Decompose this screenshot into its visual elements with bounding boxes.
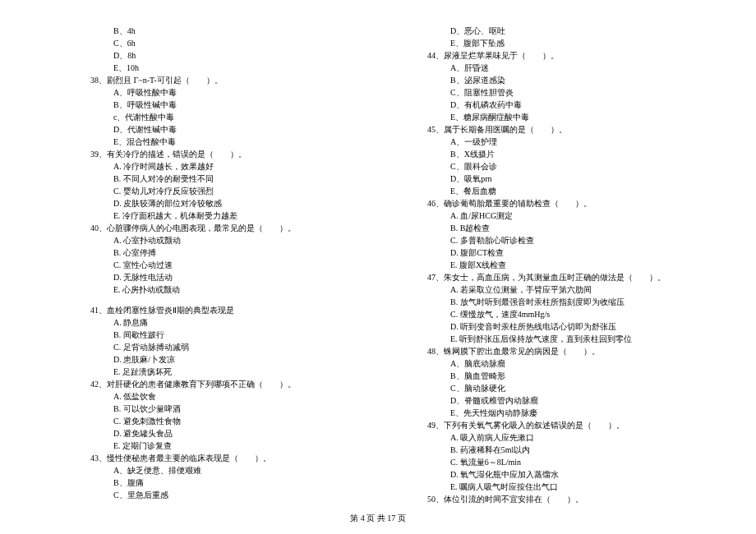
q44-opt-e: E、糖尿病酮症酸中毒 xyxy=(427,111,715,123)
q42-opt-b: B. 可以饮少量啤酒 xyxy=(90,403,378,415)
right-column: D、恶心、呕吐 E、腹部下坠感 44、尿液呈烂苹果味见于（ ）。 A、肝昏迷 B… xyxy=(427,25,715,505)
q41-opt-a: A. 静息痛 xyxy=(90,316,378,329)
q38-opt-e: E、混合性酸中毒 xyxy=(90,136,378,148)
q47-opt-e: E. 听到舒张压后保持放气速度，直到汞柱回到零位 xyxy=(427,333,715,345)
q46-opt-b: B. B超检查 xyxy=(427,222,715,234)
q45: 45、属于长期备用医嘱的是（ ）。 xyxy=(427,123,715,136)
q38: 38、剧烈且 Γ~n-T-可引起（ ）。 xyxy=(90,74,378,86)
q45-opt-a: A、一级护理 xyxy=(427,136,715,148)
q49-opt-d: D. 氧气湿化瓶中应加入蒸馏水 xyxy=(427,468,715,481)
q44: 44、尿液呈烂苹果味见于（ ）。 xyxy=(427,49,715,62)
q43-opt-c: C、里急后重感 xyxy=(90,489,378,501)
q39: 39、有关冷疗的描述，错误的是（ ）。 xyxy=(90,148,378,160)
q40-opt-c: C. 室性心动过速 xyxy=(90,259,378,271)
q42-opt-a: A. 低盐饮食 xyxy=(90,390,378,403)
q40-opt-a: A. 心室扑动或颤动 xyxy=(90,234,378,246)
q40-opt-e: E. 心房扑动或颤动 xyxy=(90,283,378,296)
q40: 40、心脏骤停病人的心电图表现，最常见的是（ ）。 xyxy=(90,222,378,234)
q43-opt-a: A、缺乏便意、排便艰难 xyxy=(90,464,378,476)
q43-opt-b: B、腹痛 xyxy=(90,476,378,489)
page-footer: 第 4 页 共 17 页 xyxy=(0,513,756,524)
q38-opt-c: c、代谢性酸中毒 xyxy=(90,111,378,123)
q48-opt-b: B、脑血管畸形 xyxy=(427,370,715,382)
q49-opt-a: A. 吸入前病人应先漱口 xyxy=(427,431,715,444)
q47-opt-d: D. 听到变音时汞柱所热线电话心切即为舒张压 xyxy=(427,320,715,333)
q43: 43、慢性便秘患者最主要的临床表现是（ ）。 xyxy=(90,452,378,464)
q38-opt-a: A、呼吸性酸中毒 xyxy=(90,86,378,99)
q37-opt-d: D、8h xyxy=(90,49,378,62)
q41-opt-b: B. 间歇性跛行 xyxy=(90,329,378,341)
q49-opt-b: B. 药液稀释在5ml以内 xyxy=(427,444,715,456)
q41: 41、血栓闭塞性脉管炎Ⅱ期的典型表现是 xyxy=(90,304,378,316)
q37-opt-e: E、10h xyxy=(90,62,378,74)
q43-opt-d: D、恶心、呕吐 xyxy=(427,25,715,37)
q48: 48、蛛网膜下腔出血最常见的病因是（ ）。 xyxy=(427,345,715,357)
q39-opt-c: C. 婴幼儿对冷疗反应较强烈 xyxy=(90,185,378,197)
q39-opt-a: A. 冷疗时间越长，效果越好 xyxy=(90,160,378,173)
q44-opt-a: A、肝昏迷 xyxy=(427,62,715,74)
q38-opt-b: B、呼吸性碱中毒 xyxy=(90,99,378,111)
q48-opt-e: E、先天性烟内动静脉瘘 xyxy=(427,407,715,419)
q49-opt-c: C. 氧流量6～8L/min xyxy=(427,456,715,468)
q42-opt-e: E. 定期门诊复查 xyxy=(90,440,378,452)
q40-opt-b: B. 心室停搏 xyxy=(90,246,378,259)
q47-opt-c: C. 缓慢放气，速度4mmHg/s xyxy=(427,308,715,320)
q40-opt-d: D. 无脉性电活动 xyxy=(90,271,378,283)
q41-opt-c: C. 足背动脉搏动减弱 xyxy=(90,341,378,353)
q46-opt-a: A. 血/尿HCG测定 xyxy=(427,209,715,222)
q47-opt-a: A. 若采取立位测量，手臂应平第六肋间 xyxy=(427,283,715,296)
q48-opt-d: D、脊髓或椎管内动脉瘤 xyxy=(427,394,715,407)
q38-opt-d: D、代谢性碱中毒 xyxy=(90,123,378,136)
q42-opt-c: C. 避免刺激性食物 xyxy=(90,415,378,427)
q48-opt-a: A、脑底动脉瘤 xyxy=(427,357,715,370)
q45-opt-d: D、吸氧prn xyxy=(427,173,715,185)
q44-opt-c: C、阻塞性胆管炎 xyxy=(427,86,715,99)
q39-opt-b: B. 不同人对冷的耐受性不同 xyxy=(90,173,378,185)
q44-opt-b: B、泌尿道感染 xyxy=(427,74,715,86)
q46: 46、确诊葡萄胎最重要的辅助检查（ ）。 xyxy=(427,197,715,209)
q45-opt-e: E、餐后血糖 xyxy=(427,185,715,197)
q42-opt-d: D. 避免罐头食品 xyxy=(90,427,378,440)
q44-opt-d: D、有机磷农药中毒 xyxy=(427,99,715,111)
q46-opt-c: C. 多普勒胎心听诊检查 xyxy=(427,234,715,246)
q50: 50、体位引流的时间不宜安排在（ ）。 xyxy=(427,493,715,505)
q45-opt-b: B、X线摄片 xyxy=(427,148,715,160)
q47-opt-b: B. 放气时听到最强音时汞柱所指刻度即为收缩压 xyxy=(427,296,715,308)
q37-opt-c: C、6h xyxy=(90,37,378,49)
q45-opt-c: C、眼科会诊 xyxy=(427,160,715,173)
q48-opt-c: C、脑动脉硬化 xyxy=(427,382,715,394)
q39-opt-d: D. 皮肤较薄的部位对冷较敏感 xyxy=(90,197,378,209)
q37-opt-b: B、4h xyxy=(90,25,378,37)
q39-opt-e: E. 冷疗面积越大，机体耐受力越差 xyxy=(90,209,378,222)
q49-opt-e: E. 嘱病人吸气时应按住出气口 xyxy=(427,481,715,493)
q46-opt-d: D. 腹部CT检查 xyxy=(427,246,715,259)
left-column: B、4h C、6h D、8h E、10h 38、剧烈且 Γ~n-T-可引起（ ）… xyxy=(90,25,378,505)
q46-opt-e: E. 腹部X线检查 xyxy=(427,259,715,271)
q43-opt-e: E、腹部下坠感 xyxy=(427,37,715,49)
q42: 42、对肝硬化的患者健康教育下列哪项不正确（ ）。 xyxy=(90,378,378,390)
q41-opt-e: E. 足趾溃疡坏死 xyxy=(90,366,378,378)
q41-opt-d: D. 患肢麻/卜发凉 xyxy=(90,353,378,366)
q47: 47、朱女士，高血压病，为其测量血压时正确的做法是（ ）。 xyxy=(427,271,715,283)
q49: 49、下列有关氧气雾化吸入的叙述错误的是（ ）。 xyxy=(427,419,715,431)
